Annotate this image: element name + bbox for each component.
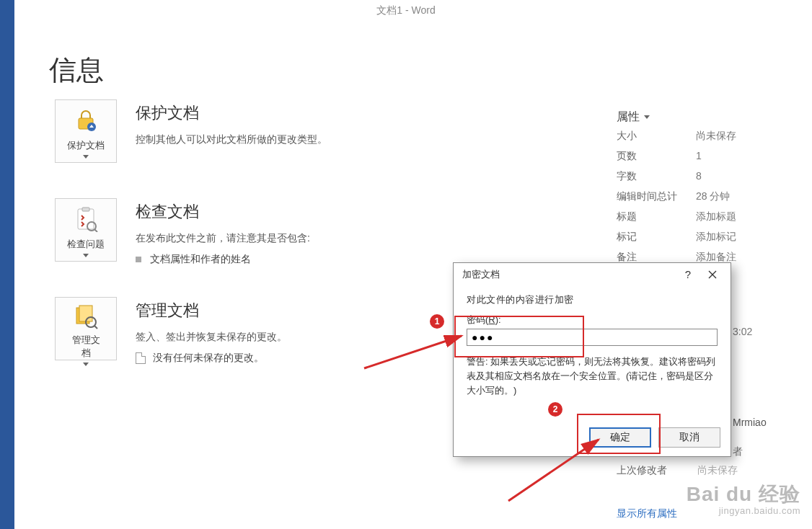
prop-row-edittime: 编辑时间总计28 分钟	[617, 190, 797, 203]
cancel-button[interactable]: 取消	[658, 427, 720, 448]
chevron-down-icon	[83, 155, 89, 159]
protect-section: 保护文档 控制其他人可以对此文档所做的更改类型。	[136, 102, 446, 148]
protect-card-label: 保护文档	[67, 139, 105, 152]
window-title: 文档1 - Word	[0, 4, 812, 17]
ok-button[interactable]: 确定	[589, 427, 651, 448]
password-input[interactable]	[467, 329, 718, 346]
inspect-bullet-1: 文档属性和作者的姓名	[150, 253, 251, 266]
prop-row-title[interactable]: 标题添加标题	[617, 210, 797, 223]
dialog-titlebar[interactable]: 加密文档 ?	[454, 263, 731, 286]
watermark: Bai du 经验 jingyan.baidu.com	[687, 484, 800, 516]
prop-extra-time: 3:02	[733, 326, 752, 337]
svg-line-9	[94, 326, 97, 329]
manage-section: 管理文档 签入、签出并恢复未保存的更改。 没有任何未保存的更改。	[136, 300, 446, 365]
password-label: 密码(R):	[467, 314, 718, 326]
dialog-title: 加密文档	[462, 268, 500, 281]
protect-desc: 控制其他人可以对此文档所做的更改类型。	[136, 131, 446, 148]
dialog-instruction: 对此文件的内容进行加密	[467, 293, 718, 306]
inspect-desc: 在发布此文件之前，请注意其是否包含:	[136, 230, 446, 247]
watermark-logo: Bai du 经验	[687, 484, 800, 506]
documents-icon	[71, 303, 100, 329]
manage-desc: 签入、签出并恢复未保存的更改。	[136, 329, 446, 346]
svg-rect-7	[79, 306, 92, 321]
svg-rect-3	[82, 208, 89, 211]
prop-lastmod-value: 尚未保存	[697, 464, 738, 477]
manage-title: 管理文档	[136, 300, 446, 321]
lock-icon	[71, 106, 100, 135]
prop-row-size: 大小尚未保存	[617, 130, 797, 143]
chevron-down-icon	[83, 254, 89, 257]
prop-lastmod-key: 上次修改者	[617, 464, 696, 477]
document-icon	[136, 352, 146, 364]
show-all-properties-link[interactable]: 显示所有属性	[617, 507, 677, 520]
dialog-help-button[interactable]: ?	[676, 264, 700, 285]
prop-row-pages: 页数1	[617, 150, 797, 163]
watermark-url: jingyan.baidu.com	[687, 506, 800, 516]
prop-row-tags[interactable]: 标记添加标记	[617, 231, 797, 244]
protect-title: 保护文档	[136, 102, 446, 124]
dialog-warning: 警告: 如果丢失或忘记密码，则无法将其恢复。建议将密码列表及其相应文档名放在一个…	[467, 355, 718, 398]
close-icon[interactable]	[700, 264, 725, 285]
inspect-card-label: 检查问题	[67, 238, 105, 251]
inspect-section: 检查文档 在发布此文件之前，请注意其是否包含: 文档属性和作者的姓名	[136, 201, 446, 266]
page-title: 信息	[49, 52, 104, 89]
checklist-icon	[71, 205, 100, 234]
prop-row-words: 字数8	[617, 170, 797, 183]
svg-rect-2	[78, 209, 94, 229]
chevron-down-icon	[83, 363, 89, 366]
backstage-left-strip	[0, 0, 14, 529]
protect-document-card[interactable]: 保护文档	[55, 99, 117, 163]
svg-line-5	[94, 229, 97, 232]
prop-author-suffix: 者	[733, 445, 743, 458]
inspect-document-card[interactable]: 检查问题	[55, 198, 117, 262]
manage-document-card[interactable]: 管理文 档	[55, 297, 117, 360]
manage-empty: 没有任何未保存的更改。	[153, 352, 264, 365]
prop-author-value: Mrmiao	[733, 417, 767, 428]
bullet-icon	[136, 257, 141, 262]
properties-heading[interactable]: 属性	[617, 110, 650, 125]
encrypt-document-dialog: 加密文档 ? 对此文件的内容进行加密 密码(R): 警告: 如果丢失或忘记密码，…	[453, 262, 731, 457]
inspect-title: 检查文档	[136, 201, 446, 223]
manage-card-label: 管理文 档	[72, 334, 100, 360]
